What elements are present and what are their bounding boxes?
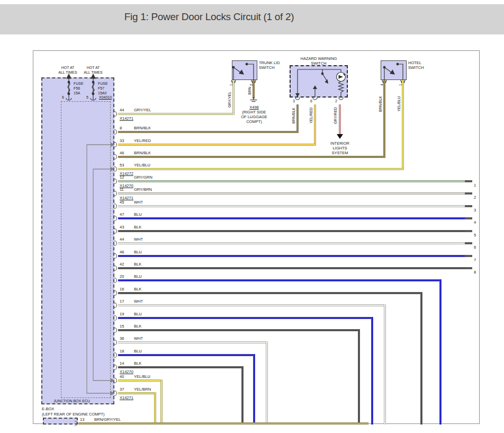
wire-wht bbox=[118, 242, 472, 244]
right-pin-number: 7 bbox=[474, 258, 476, 262]
pin-bracket bbox=[114, 290, 117, 296]
wire-end-tick bbox=[465, 180, 472, 182]
wire-brn-blk bbox=[118, 131, 298, 133]
wire-yel-blu bbox=[118, 379, 163, 382]
pin-bracket bbox=[114, 166, 117, 172]
wire-pin-number: 17 bbox=[120, 299, 124, 304]
pin-bracket bbox=[114, 204, 117, 209]
wire-color-label: GRY/BRN bbox=[134, 187, 152, 192]
wire-blk bbox=[118, 329, 360, 331]
pin-bracket bbox=[114, 391, 117, 396]
right-pin-number: 5 bbox=[474, 233, 476, 237]
wire-wht bbox=[118, 341, 268, 343]
wire-drop bbox=[371, 317, 373, 425]
pin-bracket bbox=[114, 241, 117, 246]
wire-color-label: BRN/BLK bbox=[134, 126, 151, 130]
right-pin-number: 1 bbox=[474, 183, 476, 188]
wire-color-label: WHT bbox=[134, 336, 143, 341]
wire-drop bbox=[358, 329, 360, 425]
wire-pin-number: 12 bbox=[120, 175, 124, 180]
wire-color-label: WHT bbox=[134, 299, 143, 304]
wire-blk bbox=[118, 366, 244, 368]
wiring-diagram: HOT ATALL TIMES HOT ATALL TIMES FUSEF561… bbox=[33, 50, 480, 424]
pin-bracket bbox=[114, 129, 117, 135]
connector-label: X14271 bbox=[120, 395, 133, 400]
pin-bracket bbox=[114, 216, 117, 221]
wire-blk bbox=[118, 267, 472, 269]
wire-color-label: BLU bbox=[134, 312, 142, 316]
right-pin-number: 6 bbox=[474, 245, 476, 250]
wire-pin-number: 44 bbox=[120, 108, 124, 112]
wire-color-label: WHT bbox=[134, 237, 143, 242]
pin-bracket bbox=[114, 228, 117, 234]
wire-color-label: YEL/BLU bbox=[134, 374, 150, 379]
wire-color-label: WHT bbox=[134, 200, 143, 205]
wire-yel-red bbox=[118, 144, 315, 146]
wire-end-tick bbox=[465, 242, 472, 244]
wire-drop bbox=[253, 354, 255, 425]
wire-pin-number: 33 bbox=[120, 138, 124, 143]
pin-bracket bbox=[114, 142, 117, 147]
wire-pin-number: 18 bbox=[120, 349, 124, 354]
wire-pin-number: 47 bbox=[120, 212, 124, 217]
pin-bracket bbox=[114, 303, 117, 308]
pin-bracket bbox=[114, 365, 117, 370]
wire-blu bbox=[118, 317, 373, 319]
wire-pin-number: 11 bbox=[120, 187, 124, 192]
wire-color-label: BLU bbox=[134, 349, 142, 354]
wire-pin-number: 16 bbox=[120, 287, 124, 291]
wire-pin-number: 53 bbox=[120, 163, 124, 167]
wire-pin-number: 14 bbox=[120, 361, 124, 366]
wire-pin-number: 43 bbox=[120, 225, 124, 229]
wire-blu bbox=[118, 217, 472, 219]
wire-pin-number: 40 bbox=[120, 374, 124, 379]
wire-color-label: BLK bbox=[134, 324, 141, 329]
wire-gry-yel bbox=[118, 113, 233, 115]
wire-end-tick bbox=[465, 192, 472, 195]
pin-bracket bbox=[114, 191, 117, 196]
wire-color-label: GRY/YEL bbox=[134, 108, 151, 112]
wire-color-label: YEL/BLU bbox=[134, 163, 150, 167]
wire-pin-number: 37 bbox=[120, 387, 124, 392]
wire-color-label: BLK bbox=[134, 361, 141, 366]
wire-drop bbox=[154, 392, 156, 425]
pin-bracket bbox=[114, 328, 117, 333]
wire-pin-number: 13 bbox=[80, 417, 84, 422]
right-pin-number: 4 bbox=[474, 220, 476, 225]
pin-bracket bbox=[75, 421, 77, 426]
wire-drop bbox=[384, 304, 386, 425]
wire-pin-number: 15 bbox=[120, 324, 124, 329]
wire-drop bbox=[266, 341, 268, 425]
connector-label: X14271 bbox=[120, 116, 133, 121]
pin-bracket bbox=[114, 340, 117, 345]
wire-end-tick bbox=[465, 255, 472, 257]
page-title: Fig 1: Power Door Locks Circuit (1 of 2) bbox=[0, 11, 418, 23]
wire-gry-brn bbox=[118, 192, 472, 195]
wire-end-tick bbox=[465, 205, 472, 207]
wire-blu bbox=[118, 279, 442, 281]
wire-color-label: YEL/RED bbox=[134, 138, 151, 143]
pin-bracket bbox=[114, 179, 117, 184]
wire-pin-number: 42 bbox=[120, 262, 124, 267]
wire-color-label: GRY/GRN bbox=[134, 175, 152, 180]
wire-brn-gry-yel bbox=[78, 422, 368, 425]
wire-end-tick bbox=[465, 267, 472, 269]
wire-yel-brn bbox=[118, 392, 156, 394]
pin-bracket bbox=[114, 315, 117, 321]
wire-color-label: BLK bbox=[134, 262, 141, 267]
wire-drop bbox=[439, 279, 442, 425]
wire-wht bbox=[118, 304, 386, 306]
wire-blk bbox=[118, 230, 472, 232]
wire-drop bbox=[420, 292, 422, 425]
wire-blu bbox=[118, 354, 255, 356]
wire-pin-number: 46 bbox=[120, 151, 124, 155]
right-pin-number: 2 bbox=[474, 195, 476, 200]
wire-pin-number: 46 bbox=[120, 250, 124, 254]
connector-label: X14270 bbox=[120, 369, 133, 374]
wire-color-label: BLK bbox=[134, 225, 141, 229]
wire-color-label: BRN/GRY/YEL bbox=[94, 417, 121, 422]
wire-color-label: YEL/BRN bbox=[134, 387, 151, 392]
wire-pin-number: 44 bbox=[120, 237, 124, 242]
wire-blk bbox=[118, 292, 422, 294]
wire-gry-grn bbox=[118, 180, 472, 182]
